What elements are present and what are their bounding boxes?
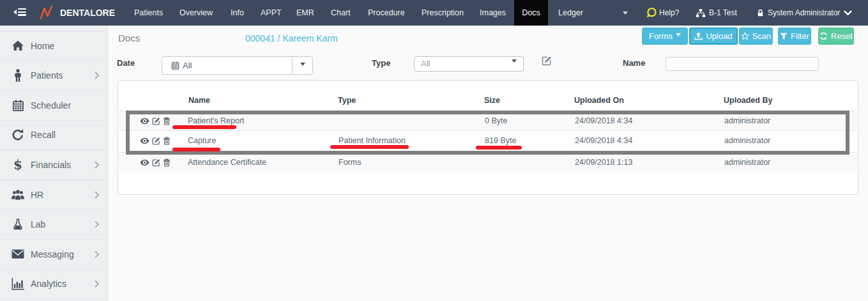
sitemap-icon	[696, 8, 706, 18]
cell-type: Forms	[339, 153, 361, 173]
refresh-icon	[819, 32, 828, 40]
help-label: Help?	[659, 8, 679, 17]
cell-uploaded-by: administrator	[724, 153, 770, 173]
brand-name[interactable]: DENTALORE	[60, 0, 115, 26]
nav-item-chart[interactable]: Chart	[331, 0, 351, 26]
type-filter-dropdown[interactable]: All	[414, 56, 524, 72]
nav-item-emr[interactable]: EMR	[296, 0, 314, 26]
col-header-type[interactable]: Type	[338, 90, 356, 111]
cell-name: Attendance Certificate	[188, 153, 266, 173]
view-eye-icon[interactable]	[140, 159, 149, 166]
nav-item-ledger[interactable]: Ledger	[558, 0, 583, 26]
help-menu[interactable]: Help?	[645, 0, 679, 26]
dollar-icon: $	[11, 158, 25, 172]
col-header-size[interactable]: Size	[484, 90, 500, 111]
nav-item-overview[interactable]: Overview	[179, 0, 213, 26]
type-filter-value: All	[421, 57, 430, 71]
edit-icon[interactable]	[152, 117, 160, 125]
top-navbar: DENTALORE Patients Overview Info APPT EM…	[0, 0, 868, 26]
delete-trash-icon[interactable]	[163, 117, 171, 125]
table-row: Capture Patient Information 819 Byte 24/…	[119, 130, 857, 150]
bar-chart-icon	[11, 278, 25, 290]
nav-item-prescription[interactable]: Prescription	[422, 0, 464, 26]
dentalore-logo-icon	[40, 5, 54, 20]
user-chevron-down-icon[interactable]	[844, 10, 852, 16]
user-menu[interactable]: System Administrator	[757, 0, 840, 26]
cell-name: Capture	[188, 131, 216, 151]
sidebar-item-financials[interactable]: $ Financials	[0, 150, 107, 180]
cell-uploaded-on: 24/09/2018 4:34	[575, 131, 632, 151]
calendar-icon	[11, 99, 25, 112]
chevron-right-icon	[95, 251, 99, 258]
cell-uploaded-by: administrator	[724, 111, 770, 131]
sidebar-item-lab[interactable]: Lab	[0, 210, 107, 240]
star-icon	[741, 32, 749, 40]
edit-icon[interactable]	[152, 158, 160, 167]
nav-item-docs-active[interactable]: Docs	[514, 0, 548, 26]
nav-item-images[interactable]: Images	[480, 0, 506, 26]
date-filter-dropdown[interactable]: All	[162, 56, 313, 75]
date-filter-label: Date	[117, 58, 135, 68]
table-row: Patient's Report 0 Byte 24/09/2018 4:34 …	[119, 111, 857, 130]
cell-uploaded-on: 24/09/2018 1:13	[575, 153, 632, 173]
nav-item-patients[interactable]: Patients	[134, 0, 163, 26]
dropdown-arrow-icon	[512, 63, 517, 74]
cell-size: 0 Byte	[485, 111, 507, 131]
sidebar-item-hr[interactable]: HR	[0, 180, 107, 210]
upload-button[interactable]: Upload	[689, 27, 738, 45]
reset-button[interactable]: Reset	[818, 27, 854, 45]
cell-uploaded-by: administrator	[724, 131, 770, 151]
filter-button[interactable]: Filter	[778, 27, 811, 45]
forms-button[interactable]: Forms	[642, 27, 688, 45]
cell-size: 819 Byte	[485, 131, 516, 151]
user-label: System Administrator	[768, 8, 840, 17]
delete-trash-icon[interactable]	[163, 158, 171, 167]
sidebar-item-messaging[interactable]: Messaging	[0, 240, 107, 270]
calendar-icon	[171, 61, 179, 70]
funnel-icon	[780, 33, 788, 40]
cell-type: Patient Information	[339, 131, 406, 151]
users-icon	[11, 189, 25, 201]
scan-button[interactable]: Scan	[739, 27, 773, 45]
type-filter-label: Type	[372, 58, 390, 68]
sidebar-item-recall[interactable]: Recall	[0, 121, 107, 151]
docs-table-panel: Name Type Size Uploaded On Uploaded By P…	[118, 80, 858, 195]
cell-name: Patient's Report	[188, 111, 245, 131]
branch-menu[interactable]: B-1 Test	[696, 0, 737, 26]
sidebar-item-scheduler[interactable]: Scheduler	[0, 91, 107, 121]
edit-icon[interactable]	[152, 137, 160, 145]
upload-icon	[694, 32, 703, 40]
nav-item-appt[interactable]: APPT	[261, 0, 282, 26]
sidebar-item-analytics[interactable]: Analytics	[0, 270, 107, 300]
view-eye-icon[interactable]	[140, 118, 149, 125]
view-eye-icon[interactable]	[140, 137, 149, 144]
name-filter-input[interactable]	[666, 57, 819, 71]
col-header-name[interactable]: Name	[188, 90, 210, 111]
col-header-uploaded-by[interactable]: Uploaded By	[724, 90, 772, 111]
table-row: Attendance Certificate Forms 24/09/2018 …	[119, 152, 857, 172]
chevron-right-icon	[95, 280, 99, 288]
breadcrumb[interactable]: 000041 / Kareem Karm	[245, 33, 338, 43]
page-title: Docs	[118, 33, 140, 43]
nav-dropdown-caret-icon[interactable]	[623, 12, 628, 17]
delete-trash-icon[interactable]	[163, 137, 171, 145]
sidebar: Home Patients Scheduler Recall $ Financi…	[0, 26, 108, 301]
dropdown-arrow-icon	[292, 57, 312, 74]
home-icon	[11, 40, 25, 52]
cell-uploaded-on: 24/09/2018 4:34	[575, 111, 632, 131]
sidebar-item-home[interactable]: Home	[0, 31, 107, 61]
sidebar-item-patients[interactable]: Patients	[0, 61, 107, 91]
refresh-icon	[11, 128, 25, 141]
help-icon	[645, 7, 657, 19]
nav-item-info[interactable]: Info	[231, 0, 244, 26]
nav-item-procedure[interactable]: Procedure	[368, 0, 405, 26]
main-content: Docs 000041 / Kareem Karm Forms Upload S…	[108, 26, 868, 301]
edit-types-icon[interactable]	[542, 56, 552, 66]
date-filter-value: All	[183, 57, 192, 74]
chevron-right-icon	[95, 161, 99, 169]
branch-label: B-1 Test	[709, 8, 737, 17]
person-icon	[11, 69, 25, 82]
flask-icon	[11, 218, 25, 231]
col-header-uploaded-on[interactable]: Uploaded On	[574, 90, 624, 111]
sidebar-toggle-icon[interactable]	[11, 8, 26, 16]
